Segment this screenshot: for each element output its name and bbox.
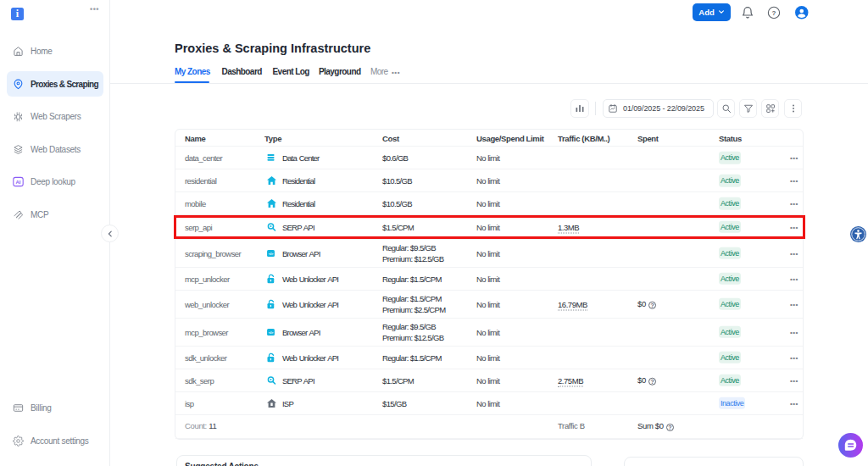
svg-text:?: ? — [772, 9, 776, 17]
svg-text:</>: </> — [269, 251, 274, 255]
svg-text:</>: </> — [269, 330, 274, 334]
svg-text:AI: AI — [16, 179, 21, 184]
